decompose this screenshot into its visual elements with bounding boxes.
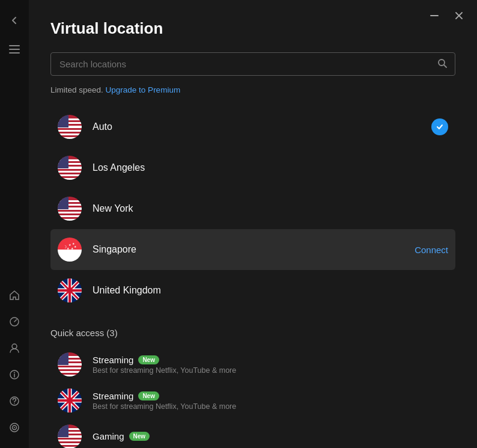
- quick-title-row-gaming: Gaming New: [93, 431, 448, 441]
- speed-notice: Limited speed. Upgrade to Premium: [50, 85, 455, 94]
- location-item-los-angeles[interactable]: Los Angeles: [50, 147, 455, 188]
- titlebar: [428, 10, 465, 22]
- upgrade-link[interactable]: Upgrade to Premium: [106, 85, 181, 94]
- svg-point-4: [12, 344, 17, 349]
- location-list: Auto Los Angeles New York: [50, 106, 455, 311]
- sidebar: [0, 0, 29, 448]
- quick-title-row: Streaming New: [93, 355, 448, 365]
- page-title: Virtual location: [50, 19, 455, 38]
- location-item-uk[interactable]: United Kingdom: [50, 270, 455, 311]
- flag-us-auto: [58, 115, 82, 139]
- quick-name-gaming: Gaming: [93, 431, 124, 441]
- info-icon[interactable]: [4, 364, 25, 385]
- quick-item-streaming-us[interactable]: Streaming New Best for streaming Netflix…: [50, 346, 455, 382]
- location-item-new-york[interactable]: New York: [50, 188, 455, 229]
- flag-us-la: [58, 156, 82, 180]
- quick-access-list: Streaming New Best for streaming Netflix…: [50, 346, 455, 448]
- connect-button-sg[interactable]: Connect: [415, 245, 448, 255]
- flag-sg: ☽ ★ ★ ★ ★ ★: [58, 238, 82, 262]
- minimize-button[interactable]: [428, 10, 441, 22]
- svg-rect-1: [9, 49, 20, 50]
- back-icon[interactable]: [4, 10, 25, 31]
- svg-point-11: [14, 427, 15, 428]
- svg-text:★: ★: [67, 247, 70, 250]
- location-name-ny: New York: [93, 203, 448, 214]
- svg-rect-2: [9, 52, 20, 54]
- speed-icon[interactable]: [4, 311, 25, 333]
- quick-access-title: Quick access (3): [50, 328, 455, 338]
- svg-point-6: [14, 372, 15, 373]
- target-icon[interactable]: [4, 417, 25, 438]
- quick-item-gaming[interactable]: Gaming New: [50, 419, 455, 448]
- location-name-sg: Singapore: [93, 244, 415, 255]
- quick-info-streaming-uk: Streaming New Best for streaming Netflix…: [93, 391, 448, 411]
- quick-desc-streaming-uk: Best for streaming Netflix, YouTube & mo…: [93, 402, 448, 411]
- help-icon[interactable]: [4, 390, 25, 412]
- account-icon[interactable]: [4, 337, 25, 359]
- quick-info-streaming-us: Streaming New Best for streaming Netflix…: [93, 355, 448, 375]
- quick-title-row-uk: Streaming New: [93, 391, 448, 401]
- quick-name-streaming-us: Streaming: [93, 355, 133, 365]
- svg-text:★: ★: [74, 245, 77, 248]
- svg-rect-12: [430, 15, 439, 16]
- home-icon[interactable]: [4, 284, 25, 306]
- svg-point-8: [14, 403, 15, 404]
- new-badge-streaming-us: New: [138, 355, 159, 364]
- location-name-la: Los Angeles: [93, 162, 448, 173]
- search-container: [50, 52, 455, 76]
- flag-uk: [58, 278, 82, 302]
- flag-uk-streaming: [58, 388, 82, 413]
- svg-rect-0: [9, 45, 20, 46]
- selected-check-auto: [431, 118, 448, 135]
- close-button[interactable]: [453, 10, 465, 22]
- new-badge-streaming-uk: New: [138, 391, 159, 400]
- menu-icon[interactable]: [4, 38, 25, 60]
- quick-info-gaming: Gaming New: [93, 431, 448, 443]
- quick-item-streaming-uk[interactable]: Streaming New Best for streaming Netflix…: [50, 382, 455, 419]
- quick-desc-streaming-us: Best for streaming Netflix, YouTube & mo…: [93, 366, 448, 375]
- main-content: Virtual location Limited speed. Upgrade …: [29, 0, 477, 448]
- flag-us-ny: [58, 197, 82, 221]
- flag-us-gaming: [58, 425, 82, 448]
- search-input[interactable]: [50, 52, 455, 76]
- location-name-auto: Auto: [93, 121, 431, 132]
- location-item-singapore[interactable]: ☽ ★ ★ ★ ★ ★ Singapore Connect: [50, 229, 455, 270]
- svg-point-17: [58, 238, 82, 262]
- location-name-uk: United Kingdom: [93, 285, 448, 296]
- quick-name-streaming-uk: Streaming: [93, 391, 133, 401]
- flag-us-streaming: [58, 352, 82, 376]
- new-badge-gaming: New: [129, 432, 150, 441]
- location-item-auto[interactable]: Auto: [50, 106, 455, 147]
